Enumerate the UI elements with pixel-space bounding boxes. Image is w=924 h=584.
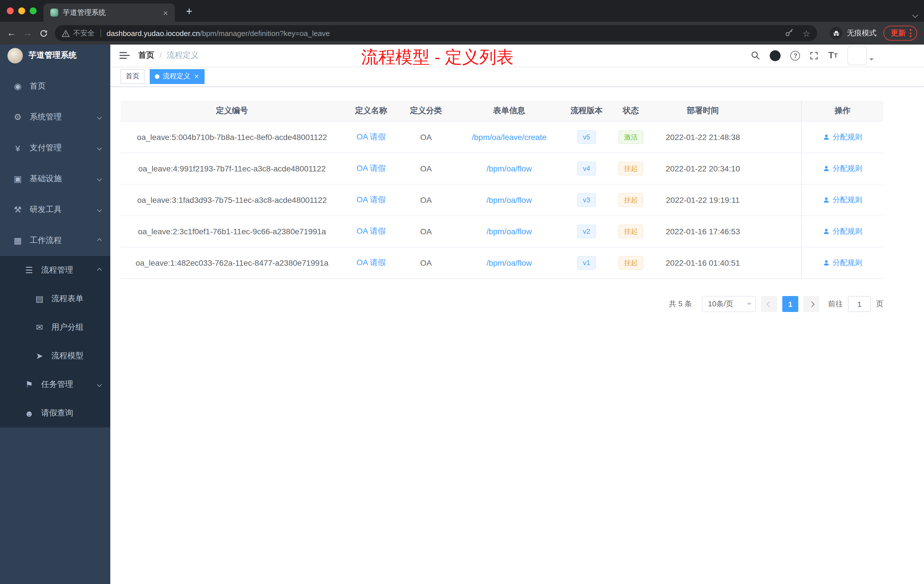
window-minimize-button[interactable] (18, 7, 25, 14)
hamburger-icon[interactable] (119, 52, 130, 59)
sidebar-menu: ◉ 首页 ⚙ 系统管理 ¥ 支付管理 ▣ 基础设施 (0, 66, 110, 584)
tab-close-icon[interactable]: × (160, 8, 170, 17)
status-tag: 挂起 (618, 224, 644, 238)
assign-rule-link[interactable]: 分配规则 (823, 132, 862, 142)
status-tag: 挂起 (618, 256, 644, 270)
search-icon[interactable] (751, 51, 760, 60)
definition-name-link[interactable]: OA 请假 (356, 132, 386, 142)
column-spacer (752, 101, 801, 121)
prev-page-button[interactable] (761, 296, 777, 312)
help-icon[interactable]: ? (790, 51, 800, 60)
definition-name-link[interactable]: OA 请假 (356, 163, 386, 174)
back-button[interactable]: ← (3, 25, 20, 41)
logo-avatar (7, 48, 23, 63)
tab-search-chevron-icon[interactable] (913, 9, 917, 20)
github-icon[interactable] (770, 50, 781, 61)
assign-rule-link[interactable]: 分配规则 (823, 258, 862, 268)
tag-close-icon[interactable]: × (194, 73, 199, 80)
list-icon: ☰ (23, 265, 35, 276)
sidebar-item-system-management[interactable]: ⚙ 系统管理 (0, 102, 110, 133)
definition-name-link[interactable]: OA 请假 (356, 226, 386, 237)
forward-button[interactable]: → (20, 25, 35, 41)
sidebar-item-devtools[interactable]: ⚒ 研发工具 (0, 194, 110, 225)
sidebar-item-process-form[interactable]: ▤ 流程表单 (0, 285, 110, 313)
window-maximize-button[interactable] (30, 7, 36, 14)
page-1-button[interactable]: 1 (782, 296, 798, 312)
goto-page-input[interactable] (848, 296, 871, 312)
window-close-button[interactable] (7, 7, 14, 14)
user-icon (823, 259, 830, 266)
browser-tab[interactable]: 芋道管理系统 × (43, 3, 175, 22)
definition-name-link[interactable]: OA 请假 (356, 258, 386, 268)
page-size-select[interactable]: 10条/页 (702, 296, 756, 312)
sidebar-item-infrastructure[interactable]: ▣ 基础设施 (0, 163, 110, 194)
cell-definition-id: oa_leave:5:004b710b-7b8a-11ec-8ef0-acde4… (120, 122, 343, 153)
yen-icon: ¥ (12, 143, 24, 153)
table-row: oa_leave:1:482ec033-762a-11ec-8477-a2380… (120, 247, 883, 279)
sidebar-item-process-management[interactable]: ☰ 流程管理 (0, 256, 110, 285)
sidebar-item-task-management[interactable]: ⚑ 任务管理 (0, 370, 110, 399)
assign-rule-link[interactable]: 分配规则 (823, 226, 862, 237)
sidebar-item-label: 首页 (30, 81, 101, 91)
column-header: 部署时间 (654, 101, 752, 121)
cell-deploy-time: 2022-01-16 01:40:51 (654, 247, 752, 278)
definition-name-link[interactable]: OA 请假 (356, 195, 386, 205)
sidebar-item-workflow[interactable]: ▦ 工作流程 (0, 225, 110, 256)
form-link[interactable]: /bpm/oa/flow (487, 164, 532, 173)
user-icon (823, 134, 830, 140)
chevron-down-icon (97, 177, 102, 181)
url-bar[interactable]: 不安全 dashboard.yudao.iocoder.cn /bpm/mana… (55, 25, 817, 41)
sidebar-item-process-model[interactable]: ➤ 流程模型 (0, 342, 110, 370)
chevron-down-icon (97, 382, 102, 387)
assign-rule-link[interactable]: 分配规则 (823, 195, 862, 205)
next-page-button[interactable] (804, 296, 819, 312)
form-link[interactable]: /bpm/oa/flow (487, 227, 532, 236)
sidebar-item-leave-query[interactable]: ☻ 请假查询 (0, 399, 110, 427)
window-controls (0, 7, 36, 14)
chevron-down-icon (747, 303, 751, 307)
form-link[interactable]: /bpm/oa/leave/create (472, 133, 546, 142)
incognito-label: 无痕模式 (847, 28, 876, 38)
reload-button[interactable] (35, 25, 51, 41)
cell-deploy-time: 2022-01-22 20:34:10 (654, 153, 752, 184)
header-actions: ? TT (751, 46, 874, 65)
assign-rule-link[interactable]: 分配规则 (823, 163, 862, 174)
column-header: 流程版本 (565, 101, 608, 121)
table-row: oa_leave:3:1fad3d93-7b75-11ec-a3c8-acde4… (120, 185, 883, 216)
annotation-title: 流程模型 - 定义列表 (361, 46, 513, 69)
update-browser-button[interactable]: 更新 (883, 26, 917, 41)
breadcrumb-home-link[interactable]: 首页 (138, 50, 154, 61)
browser-menu-icon[interactable] (910, 29, 911, 37)
form-link[interactable]: /bpm/oa/flow (487, 195, 532, 205)
tag-home[interactable]: 首页 (120, 69, 145, 84)
sidebar-item-label: 请假查询 (41, 408, 101, 418)
password-key-icon[interactable] (784, 28, 794, 38)
tag-process-definition[interactable]: 流程定义 × (150, 69, 204, 84)
table-row: oa_leave:5:004b710b-7b8a-11ec-8ef0-acde4… (120, 122, 883, 153)
cell-definition-id: oa_leave:4:991f2193-7b7f-11ec-a3c8-acde4… (120, 153, 343, 184)
status-tag: 激活 (618, 130, 644, 144)
sidebar-item-home[interactable]: ◉ 首页 (0, 71, 110, 102)
sidebar-item-payment-management[interactable]: ¥ 支付管理 (0, 133, 110, 163)
column-header: 定义名称 (343, 101, 399, 121)
font-size-icon[interactable]: TT (828, 50, 838, 61)
incognito-chip[interactable]: 无痕模式 (830, 27, 876, 40)
fullscreen-icon[interactable] (810, 51, 818, 60)
bookmark-star-icon[interactable]: ☆ (803, 29, 810, 38)
user-avatar[interactable] (847, 46, 867, 65)
version-tag: v3 (577, 193, 596, 207)
user-menu[interactable] (847, 46, 874, 65)
app-window: 芋道管理系统 ◉ 首页 ⚙ 系统管理 ¥ 支付管理 ▣ (0, 45, 924, 584)
cell-deploy-time: 2022-01-16 17:46:53 (654, 216, 752, 247)
sidebar-item-label: 研发工具 (30, 205, 98, 215)
person-icon: ☻ (23, 408, 35, 418)
tab-title: 芋道管理系统 (63, 8, 160, 17)
url-path: /bpm/manager/definition?key=oa_leave (200, 29, 775, 38)
form-link[interactable]: /bpm/oa/flow (487, 258, 532, 267)
sidebar-item-user-group[interactable]: ✉ 用户分组 (0, 313, 110, 342)
new-tab-button[interactable]: + (182, 4, 196, 19)
sidebar-logo[interactable]: 芋道管理系统 (0, 45, 110, 66)
version-tag: v5 (577, 130, 596, 144)
cell-deploy-time: 2022-01-22 19:19:11 (654, 185, 752, 215)
url-host: dashboard.yudao.iocoder.cn (107, 29, 200, 38)
